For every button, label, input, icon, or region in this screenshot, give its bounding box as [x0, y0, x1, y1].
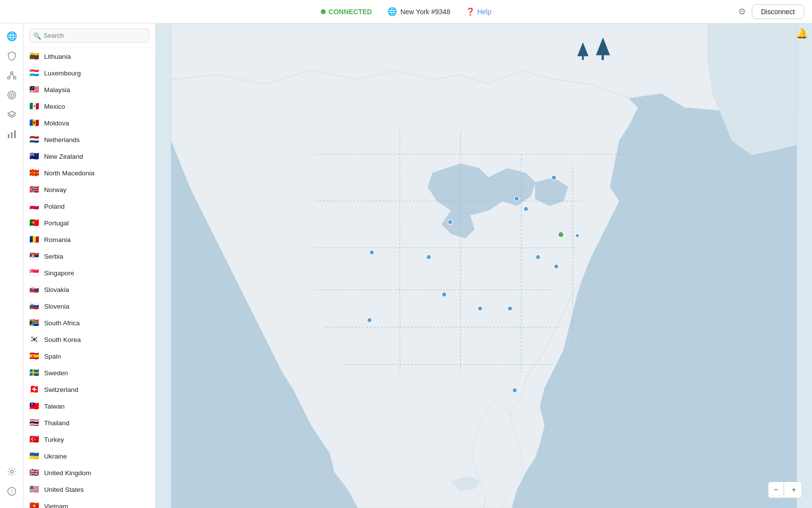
country-flag: 🇹🇷 [29, 435, 39, 444]
bell-icon[interactable]: 🔔 [796, 28, 808, 39]
country-flag: 🇳🇿 [29, 151, 39, 161]
server-dot-buffalo[interactable] [524, 207, 528, 212]
country-flag: 🇷🇴 [29, 235, 39, 244]
server-dot-miami[interactable] [508, 306, 513, 311]
country-flag: 🇲🇰 [29, 168, 39, 178]
specialties-nav-icon [7, 71, 17, 80]
country-panel: 🔍 🇱🇹 Lithuania 🇱🇺 Luxembourg 🇲🇾 Malaysia… [24, 24, 156, 508]
country-item-moldova[interactable]: 🇲🇩 Moldova [24, 115, 155, 131]
country-item-united-kingdom[interactable]: 🇬🇧 United Kingdom [24, 464, 155, 481]
server-dot-toronto[interactable] [514, 196, 519, 201]
country-name: Thailand [44, 419, 70, 427]
country-list: 🇱🇹 Lithuania 🇱🇺 Luxembourg 🇲🇾 Malaysia 🇲… [24, 48, 155, 508]
country-item-malaysia[interactable]: 🇲🇾 Malaysia [24, 81, 155, 98]
server-dot-atlanta[interactable] [536, 255, 541, 260]
server-dot-newyork2[interactable] [575, 234, 579, 238]
country-item-switzerland[interactable]: 🇨🇭 Switzerland [24, 381, 155, 398]
status-dot [321, 9, 326, 14]
zoom-out-button[interactable]: − [768, 482, 784, 498]
server-dot-houston[interactable] [442, 292, 447, 297]
server-dot-chicago[interactable] [448, 220, 453, 225]
country-name: Spain [44, 353, 61, 360]
country-name: Ukraine [44, 453, 67, 460]
country-flag: 🇵🇹 [29, 218, 39, 228]
country-flag: 🇸🇬 [29, 268, 39, 278]
icon-sidebar: 🌐 [0, 24, 24, 508]
country-name: Slovakia [44, 286, 69, 293]
country-name: South Africa [44, 319, 80, 327]
country-item-portugal[interactable]: 🇵🇹 Portugal [24, 215, 155, 231]
server-dot-tampa[interactable] [512, 388, 517, 393]
country-name: Mexico [44, 103, 65, 110]
help-label: Help [477, 8, 491, 16]
country-item-south-korea[interactable]: 🇰🇷 South Korea [24, 331, 155, 348]
svg-point-2 [13, 77, 16, 79]
notification-area[interactable]: 🔔 [796, 27, 808, 39]
target-nav-icon [7, 90, 17, 100]
settings-nav-icon [7, 467, 17, 477]
country-item-mexico[interactable]: 🇲🇽 Mexico [24, 98, 155, 115]
svg-point-1 [7, 77, 10, 79]
server-info[interactable]: 🌐 New York #9348 [387, 7, 450, 16]
zoom-controls: − + [768, 482, 802, 498]
sidebar-item-layers[interactable] [3, 106, 21, 123]
sidebar-item-stats[interactable] [3, 125, 21, 143]
country-flag: 🇳🇴 [29, 185, 39, 194]
zoom-in-button[interactable]: + [786, 482, 802, 498]
country-flag: 🇰🇷 [29, 335, 39, 344]
country-item-thailand[interactable]: 🇹🇭 Thailand [24, 414, 155, 431]
svg-line-3 [9, 74, 12, 77]
layers-nav-icon [7, 110, 17, 120]
country-item-spain[interactable]: 🇪🇸 Spain [24, 348, 155, 364]
country-item-romania[interactable]: 🇷🇴 Romania [24, 231, 155, 248]
sidebar-item-globe[interactable]: 🌐 [3, 27, 21, 45]
country-item-vietnam[interactable]: 🇻🇳 Vietnam [24, 498, 155, 508]
search-input[interactable] [29, 28, 149, 43]
country-item-netherlands[interactable]: 🇳🇱 Netherlands [24, 131, 155, 148]
server-dot-orlando[interactable] [478, 306, 483, 311]
country-item-north-macedonia[interactable]: 🇲🇰 North Macedonia [24, 165, 155, 181]
server-dot-charlotte[interactable] [554, 264, 559, 269]
country-flag: 🇸🇪 [29, 368, 39, 378]
country-item-south-africa[interactable]: 🇿🇦 South Africa [24, 314, 155, 331]
svg-rect-11 [14, 130, 16, 138]
sidebar-item-help[interactable]: ? [3, 483, 21, 500]
server-dot-newyork-active[interactable] [558, 232, 564, 237]
country-item-ukraine[interactable]: 🇺🇦 Ukraine [24, 448, 155, 464]
country-item-serbia[interactable]: 🇷🇸 Serbia [24, 248, 155, 265]
country-flag: 🇹🇭 [29, 418, 39, 428]
disconnect-button[interactable]: Disconnect [752, 4, 804, 19]
country-name: Poland [44, 203, 65, 210]
help-link[interactable]: ❓ Help [466, 7, 491, 16]
sidebar-item-specialties[interactable] [3, 67, 21, 84]
globe-small-icon: 🌐 [387, 7, 397, 16]
help-nav-icon: ? [7, 486, 17, 496]
country-item-slovenia[interactable]: 🇸🇮 Slovenia [24, 298, 155, 314]
server-dot-phoenix[interactable] [367, 318, 372, 323]
sidebar-item-target[interactable] [3, 86, 21, 104]
main-content: 🌐 [0, 24, 812, 508]
server-dot-montreal[interactable] [551, 175, 556, 180]
country-name: New Zealand [44, 153, 83, 160]
country-item-sweden[interactable]: 🇸🇪 Sweden [24, 364, 155, 381]
country-item-luxembourg[interactable]: 🇱🇺 Luxembourg [24, 65, 155, 81]
country-item-united-states[interactable]: 🇺🇸 United States [24, 481, 155, 498]
country-item-lithuania[interactable]: 🇱🇹 Lithuania [24, 48, 155, 65]
settings-small-icon[interactable]: ⚙ [738, 6, 746, 17]
country-item-new-zealand[interactable]: 🇳🇿 New Zealand [24, 148, 155, 165]
country-name: Malaysia [44, 86, 70, 94]
server-dot-denver[interactable] [369, 250, 374, 255]
country-item-slovakia[interactable]: 🇸🇰 Slovakia [24, 281, 155, 298]
svg-rect-10 [11, 132, 12, 138]
country-name: Switzerland [44, 386, 78, 393]
country-item-poland[interactable]: 🇵🇱 Poland [24, 198, 155, 215]
svg-text:?: ? [10, 488, 13, 494]
country-item-singapore[interactable]: 🇸🇬 Singapore [24, 265, 155, 281]
country-item-turkey[interactable]: 🇹🇷 Turkey [24, 431, 155, 448]
country-item-taiwan[interactable]: 🇹🇼 Taiwan [24, 398, 155, 414]
sidebar-item-shield[interactable] [3, 47, 21, 65]
server-dot-dallas[interactable] [427, 255, 431, 260]
country-flag: 🇱🇺 [29, 68, 39, 78]
country-item-norway[interactable]: 🇳🇴 Norway [24, 181, 155, 198]
sidebar-item-settings[interactable] [3, 463, 21, 481]
